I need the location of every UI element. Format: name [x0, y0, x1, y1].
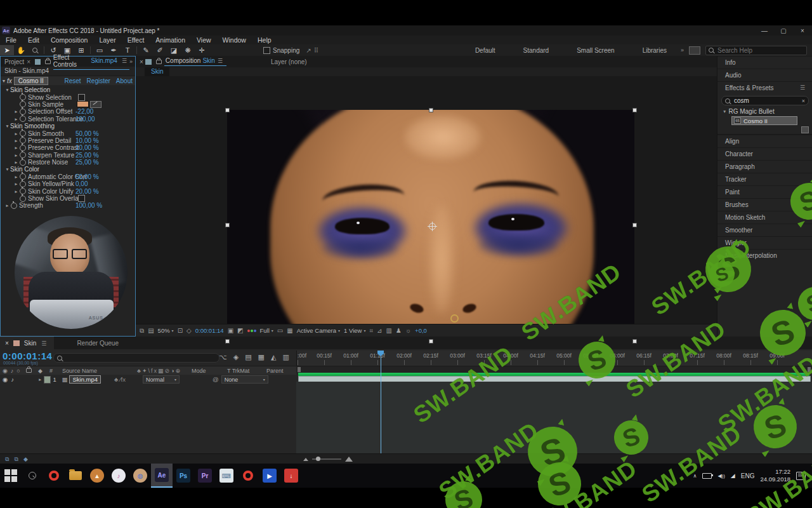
param-value[interactable]: 50,00 %	[75, 130, 99, 137]
panel-menu-icon[interactable]: ☰	[800, 82, 805, 94]
source-name-column[interactable]: Source Name	[62, 368, 137, 374]
timeline-track-area[interactable]	[296, 382, 812, 453]
sync-settings-icon[interactable]	[689, 46, 700, 55]
stopwatch-icon[interactable]	[20, 116, 26, 122]
effect-row-skin-selection[interactable]: ▼Skin Selection	[1, 86, 135, 93]
stopwatch-icon[interactable]	[20, 152, 26, 158]
snapping-toggle[interactable]: Snapping ↗ ⠿	[263, 47, 318, 54]
reset-link[interactable]: Reset	[64, 77, 81, 84]
action-center-icon[interactable]	[796, 472, 806, 480]
parent-dropdown[interactable]: None ▾	[221, 375, 268, 384]
stopwatch-icon[interactable]	[20, 188, 26, 194]
workspace-default[interactable]: Default	[461, 47, 509, 54]
photoshop[interactable]: Ps	[173, 464, 194, 488]
effect-row-skin-color[interactable]: ▼Skin Color	[1, 166, 135, 173]
snap-angle-icon[interactable]: ↗	[306, 47, 311, 54]
panel-smoother[interactable]: Smoother	[717, 224, 812, 236]
battery-icon[interactable]	[702, 473, 712, 479]
effect-row-show-selection[interactable]: Show Selection	[1, 93, 135, 100]
param-value[interactable]: 10,00 %	[75, 144, 99, 151]
panel-motion-sketch[interactable]: Motion Sketch	[717, 211, 812, 224]
safe-zones-icon[interactable]: ⊡	[178, 327, 183, 334]
expand-render-time-icon[interactable]: ⧉	[14, 456, 18, 463]
effect-row-strength[interactable]: ►Strength100,00 %	[1, 202, 135, 209]
twirl-closed-icon[interactable]: ►	[13, 160, 19, 164]
param-value[interactable]: 0,00	[75, 180, 88, 187]
time-ruler[interactable]: :00f00:15f01:00f01:15f02:00f02:15f03:00f…	[296, 351, 812, 366]
effect-row-skin-sample[interactable]: Skin Sample	[1, 101, 135, 108]
always-preview-icon[interactable]: ⧉	[140, 327, 144, 335]
color-swatch[interactable]	[77, 101, 89, 107]
menu-help[interactable]: Help	[252, 36, 277, 44]
help-search-input[interactable]	[716, 46, 795, 55]
effect-row-skin-smooth[interactable]: ►Skin Smooth50,00 %	[1, 130, 135, 137]
reset-exposure-icon[interactable]: ☼	[405, 327, 411, 334]
maximize-button[interactable]: ▢	[774, 27, 793, 34]
layer-row-1[interactable]: ◉ ♪ ► 1 ▦ Skin.mp4 ♣ ∕fx Normal ▾ @ None…	[0, 375, 296, 384]
panel-tracker[interactable]: Tracker	[717, 173, 812, 185]
messenger-app[interactable]: ⌨	[216, 464, 237, 488]
effect-row-skin-yellow-pink[interactable]: ►Skin Yellow/Pink0,00	[1, 180, 135, 187]
menu-view[interactable]: View	[191, 36, 217, 44]
twirl-open-icon[interactable]: ▼	[4, 88, 10, 92]
stopwatch-icon[interactable]	[20, 159, 26, 166]
panel-paint[interactable]: Paint	[717, 185, 812, 198]
preset-cosmo-ii[interactable]: 65 Cosmo II	[731, 116, 797, 125]
twirl-open-icon[interactable]: ▼	[4, 124, 10, 128]
start-button[interactable]	[0, 464, 22, 488]
parent-pickwhip-icon[interactable]: @	[213, 376, 219, 383]
twirl-closed-icon[interactable]: ►	[13, 145, 19, 150]
workspace-libraries[interactable]: Libraries	[629, 47, 681, 54]
effect-row-selection-tolerance[interactable]: ►Selection Tolerance100,00	[1, 116, 135, 123]
snapping-checkbox[interactable]	[263, 47, 270, 54]
brush-tool-icon[interactable]: ✎	[139, 45, 153, 55]
twirl-closed-icon[interactable]: ►	[13, 109, 19, 114]
orange-app[interactable]: ▲	[86, 464, 108, 488]
tab-render-queue[interactable]: Render Queue	[77, 340, 119, 347]
zoom-tool-icon[interactable]	[28, 45, 42, 55]
menu-layer[interactable]: Layer	[93, 36, 121, 44]
twirl-closed-icon[interactable]: ►	[13, 117, 19, 121]
twirl-open-icon[interactable]: ▼	[723, 109, 726, 114]
parent-column[interactable]: Parent	[266, 368, 284, 374]
blend-mode-dropdown[interactable]: Normal ▾	[143, 375, 180, 384]
clone-stamp-tool-icon[interactable]: ✐	[153, 45, 167, 55]
stopwatch-icon[interactable]	[20, 181, 26, 187]
taskbar-search[interactable]	[22, 464, 43, 488]
layer-label-color[interactable]	[44, 376, 51, 384]
layer-anchor-point[interactable]	[429, 223, 436, 230]
about-link[interactable]: About	[116, 77, 133, 84]
twirl-open-icon[interactable]: ▼	[1, 79, 7, 83]
mask-visibility-icon[interactable]: ◇	[187, 327, 192, 334]
panel-menu-icon[interactable]: ☰	[218, 58, 223, 64]
stopwatch-icon[interactable]	[20, 101, 26, 107]
after-effects[interactable]: Ae	[151, 464, 173, 488]
tab-effect-controls[interactable]: Effect Controls Skin.mp4 ☰	[53, 54, 129, 70]
layer-audio-toggle[interactable]: ♪	[11, 376, 14, 383]
menu-window[interactable]: Window	[217, 36, 252, 44]
panel-menu-icon[interactable]: ☰	[122, 58, 127, 64]
viewer-timecode[interactable]: 0:00:01:14	[195, 327, 224, 334]
stopwatch-icon[interactable]	[20, 145, 26, 151]
effect-row-skin-color-unify[interactable]: ►Skin Color Unify20,00 %	[1, 187, 135, 194]
twirl-closed-icon[interactable]: ►	[13, 138, 19, 143]
tab-layer[interactable]: Layer (none)	[271, 58, 307, 65]
param-value[interactable]: 10,00 %	[75, 137, 99, 144]
hand-tool-icon[interactable]: ✋	[14, 45, 28, 55]
menu-file[interactable]: File	[0, 36, 22, 44]
lock-icon[interactable]	[45, 60, 51, 64]
param-value[interactable]: -22,00	[75, 108, 93, 115]
param-checkbox[interactable]	[78, 195, 85, 202]
layer-switches[interactable]: ♣ ∕fx	[101, 376, 139, 383]
selection-handle[interactable]	[225, 223, 230, 227]
panel-effects-presets[interactable]: Effects & Presets ☰	[717, 81, 812, 94]
itunes-app[interactable]: ♪	[108, 464, 129, 488]
layer-video-toggle[interactable]: ◉	[3, 376, 8, 383]
puppet-pin-tool-icon[interactable]: ✛	[195, 45, 209, 55]
roto-brush-tool-icon[interactable]: ❋	[181, 45, 195, 55]
video-frame[interactable]	[227, 110, 634, 340]
effects-group-rg-magic-bullet[interactable]: ▼ RG Magic Bullet	[717, 107, 812, 116]
layer-name[interactable]: Skin.mp4	[69, 375, 101, 384]
stopwatch-icon[interactable]	[20, 137, 26, 144]
zoom-in-icon[interactable]	[345, 457, 353, 462]
